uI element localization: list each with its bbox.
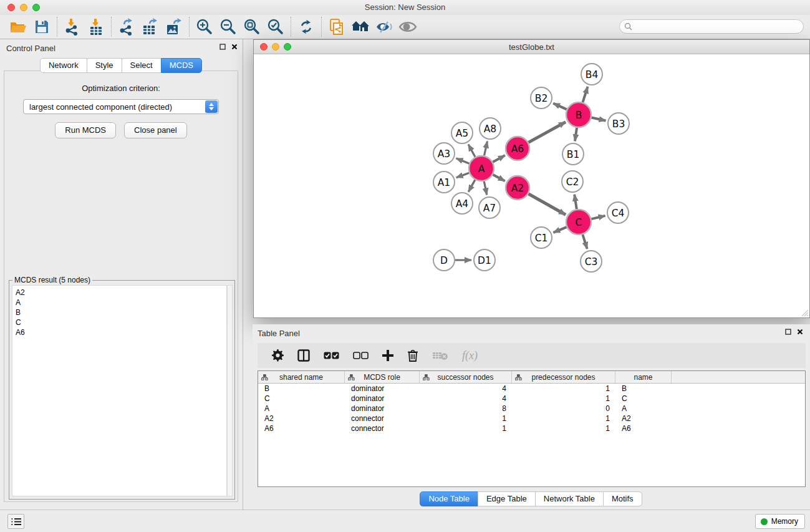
hide-graphics-details-icon[interactable] <box>372 16 396 37</box>
save-session-icon[interactable] <box>30 16 54 37</box>
criterion-dropdown[interactable]: largest connected component (directed) <box>23 99 219 114</box>
export-image-icon[interactable] <box>162 16 186 37</box>
import-table-icon[interactable] <box>84 16 108 37</box>
column-header-MCDS-role[interactable]: MCDS role <box>345 371 420 383</box>
graph-edge-B-B1[interactable] <box>575 128 577 141</box>
cell-predecessor_nodes[interactable]: 0 <box>512 404 615 414</box>
memory-button[interactable]: Memory <box>755 514 805 529</box>
float-panel-icon[interactable] <box>219 44 226 50</box>
graph-edge-B-B4[interactable] <box>582 87 587 102</box>
table-row[interactable]: Cdominator41C <box>258 394 805 404</box>
graph-edge-C-C4[interactable] <box>591 216 605 219</box>
graph-edge-A-A3[interactable] <box>456 158 469 163</box>
cell-predecessor_nodes[interactable]: 1 <box>512 414 615 423</box>
column-header-predecessor-nodes[interactable]: predecessor nodes <box>512 371 615 383</box>
column-header-shared-name[interactable]: shared name <box>258 371 345 383</box>
mcds-result-item[interactable]: A <box>16 297 226 307</box>
cell-predecessor_nodes[interactable]: 1 <box>512 394 615 404</box>
close-panel-button[interactable]: Close panel <box>124 122 187 138</box>
cell-successor_nodes[interactable]: 8 <box>420 404 512 414</box>
mcds-result-list[interactable]: A2ABCA6 <box>12 285 227 496</box>
cell-successor_nodes[interactable]: 4 <box>420 384 512 394</box>
column-header-successor-nodes[interactable]: successor nodes <box>420 371 512 383</box>
select-all-checked-icon[interactable] <box>324 352 339 359</box>
cell-mcds_role[interactable]: dominator <box>345 384 420 394</box>
graph-edge-A-A4[interactable] <box>468 180 475 191</box>
zoom-selected-icon[interactable] <box>264 16 287 37</box>
mcds-result-scrollbar[interactable] <box>227 285 233 496</box>
task-history-button[interactable] <box>7 514 24 529</box>
table-options-gear-icon[interactable] <box>271 349 284 362</box>
cell-name[interactable]: A6 <box>615 423 672 433</box>
delete-columns-icon[interactable] <box>407 349 418 362</box>
show-column-icon[interactable] <box>297 349 310 362</box>
cell-mcds_role[interactable]: connector <box>345 414 420 423</box>
import-network-icon[interactable] <box>60 16 84 37</box>
graph-edge-A-A6[interactable] <box>493 155 504 162</box>
search-box[interactable] <box>619 19 804 34</box>
close-table-panel-icon[interactable] <box>797 329 803 335</box>
graph-edge-A-A8[interactable] <box>484 142 487 156</box>
table-tab-network-table[interactable]: Network Table <box>535 491 604 506</box>
float-table-panel-icon[interactable] <box>785 329 791 335</box>
graph-edge-C-C3[interactable] <box>582 235 587 249</box>
cell-name[interactable]: A2 <box>615 414 672 423</box>
cell-shared_name[interactable]: A2 <box>258 414 345 423</box>
tab-select[interactable]: Select <box>122 58 162 73</box>
table-tab-motifs[interactable]: Motifs <box>603 491 642 506</box>
graph-edge-B-B2[interactable] <box>553 104 567 110</box>
graph-edge-A2-C[interactable] <box>528 194 566 215</box>
run-mcds-button[interactable]: Run MCDS <box>55 122 116 138</box>
graph-edge-A6-B[interactable] <box>529 122 566 143</box>
table-row[interactable]: Bdominator41B <box>258 384 805 394</box>
cell-shared_name[interactable]: A <box>258 404 345 414</box>
mcds-result-item[interactable]: A2 <box>16 288 226 297</box>
cell-name[interactable]: A <box>615 404 672 414</box>
cell-shared_name[interactable]: C <box>258 394 345 404</box>
cell-name[interactable]: B <box>615 384 672 394</box>
cell-name[interactable]: C <box>615 394 672 404</box>
mcds-result-item[interactable]: B <box>16 307 226 317</box>
zoom-out-icon[interactable] <box>216 16 240 37</box>
graph-edge-A-A2[interactable] <box>493 175 505 181</box>
resize-grip-icon[interactable] <box>801 309 809 317</box>
copy-network-icon[interactable] <box>325 16 349 37</box>
cell-mcds_role[interactable]: dominator <box>345 404 420 414</box>
search-input[interactable] <box>635 22 803 31</box>
cell-successor_nodes[interactable]: 4 <box>420 394 512 404</box>
zoom-in-icon[interactable] <box>193 16 216 37</box>
mcds-result-item[interactable]: A6 <box>16 327 226 337</box>
export-network-icon[interactable] <box>115 16 138 37</box>
cell-shared_name[interactable]: A6 <box>258 423 345 433</box>
graph-edge-C-C2[interactable] <box>574 195 577 209</box>
cell-successor_nodes[interactable]: 1 <box>420 423 512 433</box>
graph-edge-A-A5[interactable] <box>468 144 475 157</box>
birds-eye-view-icon[interactable] <box>396 16 420 37</box>
export-table-icon[interactable] <box>138 16 162 37</box>
table-row[interactable]: A6connector11A6 <box>258 423 805 433</box>
graph-edge-C-C1[interactable] <box>553 227 566 233</box>
graph-edge-A-A1[interactable] <box>456 173 470 178</box>
column-header-name[interactable]: name <box>615 371 672 383</box>
cell-shared_name[interactable]: B <box>258 384 345 394</box>
refresh-layout-icon[interactable] <box>294 16 318 37</box>
network-window-titlebar[interactable]: testGlobe.txt <box>254 40 809 54</box>
close-panel-icon[interactable] <box>231 44 238 50</box>
cell-predecessor_nodes[interactable]: 1 <box>512 384 615 394</box>
tab-mcds[interactable]: MCDS <box>161 58 202 73</box>
create-column-icon[interactable] <box>382 350 393 361</box>
graph-edge-B-B3[interactable] <box>592 117 606 120</box>
tab-network[interactable]: Network <box>40 58 87 73</box>
cell-mcds_role[interactable]: dominator <box>345 394 420 404</box>
tab-style[interactable]: Style <box>87 58 122 73</box>
graph-edge-A-A7[interactable] <box>484 181 487 195</box>
home-icon[interactable] <box>349 16 372 37</box>
cell-mcds_role[interactable]: connector <box>345 423 420 433</box>
mcds-result-item[interactable]: C <box>16 317 226 327</box>
deselect-all-icon[interactable] <box>353 352 369 359</box>
network-canvas[interactable]: B4B2BB3A5A8A6A3B1AA1C2A2A4A7C4CC1C3DD1 <box>254 54 809 317</box>
cell-predecessor_nodes[interactable]: 1 <box>512 423 615 433</box>
open-file-icon[interactable] <box>6 16 30 37</box>
table-row[interactable]: A2connector11A2 <box>258 414 805 423</box>
cell-successor_nodes[interactable]: 1 <box>420 414 512 423</box>
